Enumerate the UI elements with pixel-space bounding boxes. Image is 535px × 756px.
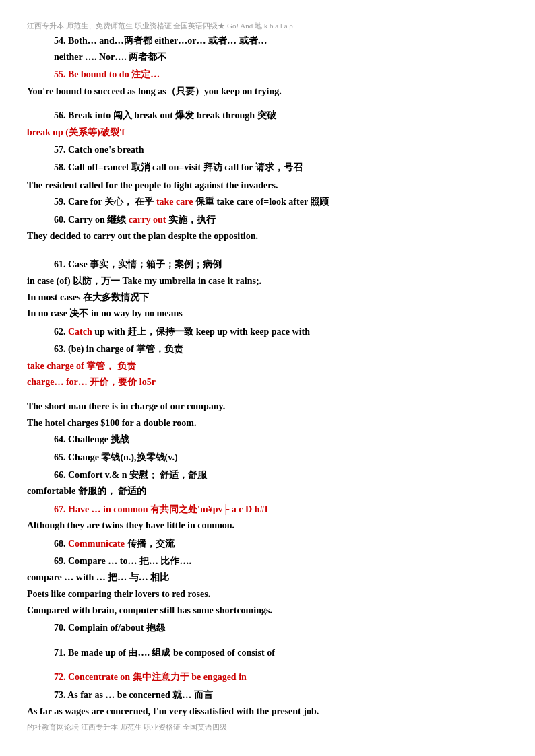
watermark-top: 江西专升本 师范生、免费师范生 职业资格证 全国英语四级★ Go! And 地 … xyxy=(27,20,508,32)
item-65: 65. Change 零钱(n.),换零钱(v.) xyxy=(27,450,508,465)
item-59-label: 59. Care for 关心， 在乎 take care 保重 take ca… xyxy=(54,195,508,209)
item-66-label: 66. Comfort v.& n 安慰； 舒适，舒服 xyxy=(54,468,508,483)
item-72-label: 72. Concentrate on 集中注意力于 be engaged in xyxy=(54,670,508,685)
item-70: 70. Complain of/about 抱怨 xyxy=(27,621,508,635)
item-55: 55. Be bound to do 注定… You're bound to s… xyxy=(27,67,508,99)
item-66: 66. Comfort v.& n 安慰； 舒适，舒服 comfortable … xyxy=(27,468,508,500)
item-60: 60. Carry on 继续 carry out 实施，执行 They dec… xyxy=(27,213,508,244)
watermark-bottom: 的社教育网论坛 江西专升本 师范生 职业资格证 全国英语四级 xyxy=(27,722,508,734)
example-58: The resident called for the people to fi… xyxy=(27,178,508,193)
item-56-label: 56. Break into 闯入 break out 爆发 break thr… xyxy=(54,108,508,123)
item-60-label: 60. Carry on 继续 carry out 实施，执行 xyxy=(54,213,508,228)
item-68-label: 68. Communicate 传播，交流 xyxy=(54,537,508,551)
item-63-red1: take charge of 掌管， 负责 xyxy=(27,359,508,374)
item-62: 62. Catch up with 赶上，保持一致 keep up with k… xyxy=(27,324,508,339)
item-73-label: 73. As far as … be concerned 就… 而言 xyxy=(54,688,508,703)
item-67-label: 67. Have … in common 有共同之处'm¥pv├ a c D h… xyxy=(54,502,508,517)
item-61-sub1: in case (of) 以防，万一 Take my umbrella in c… xyxy=(27,274,508,289)
item-61-sub3: In no case 决不 in no way by no means xyxy=(27,306,508,321)
item-66-sub: comfortable 舒服的， 舒适的 xyxy=(27,484,508,499)
item-62-label: 62. Catch up with 赶上，保持一致 keep up with k… xyxy=(54,324,508,339)
example-63b: The hotel charges $100 for a double room… xyxy=(27,416,508,431)
example-63a: The short man there is in charge of our … xyxy=(27,399,508,414)
page-container: 江西专升本 师范生、免费师范生 职业资格证 全国英语四级★ Go! And 地 … xyxy=(27,20,508,734)
item-73: 73. As far as … be concerned 就… 而言 As fa… xyxy=(27,688,508,720)
item-71: 71. Be made up of 由…. 组成 be composed of … xyxy=(27,646,508,660)
item-70-label: 70. Complain of/about 抱怨 xyxy=(54,621,508,635)
item-69-example1: Poets like comparing their lovers to red… xyxy=(27,587,508,602)
item-58: 58. Call off=cancel 取消 call on=visit 拜访 … xyxy=(27,160,508,175)
item-63-label: 63. (be) in charge of 掌管，负责 xyxy=(54,342,508,357)
item-61-sub2: In most cases 在大多数情况下 xyxy=(27,290,508,305)
item-63-red2: charge… for… 开价，要价 lo5r xyxy=(27,375,508,390)
item-69-example2: Compared with brain, computer still has … xyxy=(27,603,508,618)
item-64-label: 64. Challenge 挑战 xyxy=(54,432,508,447)
item-73-example: As far as wages are concerned, I'm very … xyxy=(27,704,508,719)
item-54-label: 54. Both… and…两者都 either…or… 或者… 或者… xyxy=(54,34,508,48)
item-57: 57. Catch one's breath xyxy=(27,143,508,158)
item-58-label: 58. Call off=cancel 取消 call on=visit 拜访 … xyxy=(54,160,508,175)
item-64: 64. Challenge 挑战 xyxy=(27,432,508,447)
item-54: 54. Both… and…两者都 either…or… 或者… 或者… nei… xyxy=(27,34,508,65)
item-56-red: break up (关系等)破裂'f xyxy=(27,125,508,140)
item-67: 67. Have … in common 有共同之处'm¥pv├ a c D h… xyxy=(27,502,508,534)
item-61-label: 61. Case 事实，实情；箱子；案例；病例 xyxy=(54,257,508,272)
item-71-label: 71. Be made up of 由…. 组成 be composed of … xyxy=(54,646,508,660)
item-55-example: You're bound to succeed as long as（只要）yo… xyxy=(27,84,508,99)
item-63: 63. (be) in charge of 掌管，负责 take charge … xyxy=(27,342,508,390)
item-54-sub: neither …. Nor…. 两者都不 xyxy=(54,50,508,65)
item-59: 59. Care for 关心， 在乎 take care 保重 take ca… xyxy=(27,195,508,209)
item-67-example: Although they are twins they have little… xyxy=(27,518,508,533)
item-72: 72. Concentrate on 集中注意力于 be engaged in xyxy=(27,670,508,685)
item-69: 69. Compare … to… 把… 比作…. compare … with… xyxy=(27,554,508,619)
item-65-label: 65. Change 零钱(n.),换零钱(v.) xyxy=(54,450,508,465)
examples-63: The short man there is in charge of our … xyxy=(27,399,508,431)
example-58-text: The resident called for the people to fi… xyxy=(27,178,508,193)
item-55-label: 55. Be bound to do 注定… xyxy=(54,67,508,82)
item-68: 68. Communicate 传播，交流 xyxy=(27,537,508,551)
item-56: 56. Break into 闯入 break out 爆发 break thr… xyxy=(27,108,508,140)
item-60-example: They decided to carry out the plan despi… xyxy=(27,229,508,244)
item-61: 61. Case 事实，实情；箱子；案例；病例 in case (of) 以防，… xyxy=(27,257,508,322)
item-69-sub: compare … with … 把… 与… 相比 xyxy=(27,570,508,585)
item-57-label: 57. Catch one's breath xyxy=(54,143,508,158)
item-69-label: 69. Compare … to… 把… 比作…. xyxy=(54,554,508,569)
